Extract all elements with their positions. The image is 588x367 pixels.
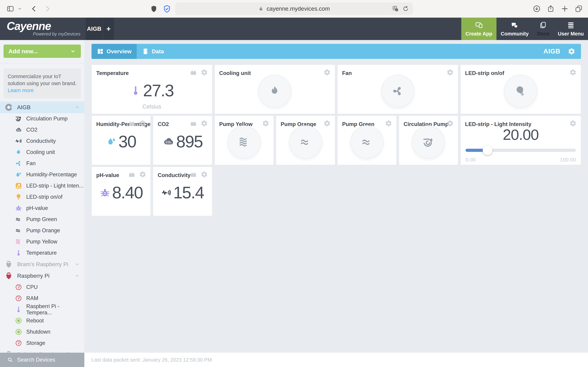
device-group-aigb[interactable]: AIGB	[0, 101, 84, 113]
device-item-shutdown[interactable]: Shutdown	[0, 326, 84, 337]
device-item-label: Reboot	[26, 317, 44, 324]
gear-icon[interactable]	[262, 120, 269, 127]
device-item-label: Fan	[26, 160, 35, 167]
gear-icon[interactable]	[323, 120, 331, 127]
widget-toggle-button[interactable]	[258, 75, 291, 108]
tab-overview-icon[interactable]	[575, 5, 583, 13]
device-group-bram-s-raspberry-pi[interactable]: Bram's Raspberry Pi	[0, 259, 84, 270]
chart-icon[interactable]	[190, 120, 197, 127]
widget-conductivity: Conductivity15.4	[153, 167, 212, 216]
widget-toggle-button[interactable]	[504, 75, 537, 108]
add-new-label: Add new...	[9, 48, 38, 55]
widget-title: Conductivity	[158, 172, 190, 178]
chart-icon	[190, 171, 197, 178]
workspace-tab-aigb[interactable]: AIGB	[86, 18, 103, 40]
gear-icon[interactable]	[323, 69, 331, 76]
svg-text:x: x	[396, 9, 397, 11]
forward-icon[interactable]	[44, 5, 51, 12]
device-item-pump-yellow[interactable]: Pump Yellow	[0, 236, 84, 247]
gear-icon[interactable]	[139, 171, 146, 178]
address-bar[interactable]: cayenne.mydevices.com Ax	[175, 3, 413, 15]
action-community[interactable]: Community	[496, 18, 533, 40]
device-item-circulation-pump[interactable]: Circulation Pump	[0, 113, 84, 124]
add-workspace-tab[interactable]: +	[103, 18, 114, 40]
device-item-humidity-percentage[interactable]: Humidity-Percentage	[0, 169, 84, 180]
widget-value: 895	[176, 132, 203, 151]
chart-icon[interactable]	[128, 171, 135, 178]
device-item-ram[interactable]: RAM	[0, 293, 84, 304]
device-tree: AIGBCirculation PumpCO₂CO2ConductivityCo…	[0, 101, 84, 353]
device-item-pump-orange[interactable]: Pump Orange	[0, 225, 84, 236]
chart-icon	[190, 120, 197, 127]
widget-toolbar	[128, 120, 146, 127]
widget-toggle-button[interactable]	[381, 75, 415, 108]
device-item-co2[interactable]: CO₂CO2	[0, 124, 84, 135]
widget-pump-green: Pump Green	[337, 116, 397, 165]
chart-icon	[128, 171, 135, 178]
cayenne-logo: Cayenne Powered by myDevices	[0, 18, 86, 40]
chart-icon[interactable]	[128, 120, 135, 127]
url-text: cayenne.mydevices.com	[267, 5, 330, 12]
humidity-icon	[106, 136, 117, 147]
gear-icon[interactable]	[139, 120, 146, 127]
device-item-raspberri-pi-tempera[interactable]: Raspberri Pi - Tempera...	[0, 304, 84, 315]
device-item-led-strip-on-of[interactable]: LED-strip on/of	[0, 191, 84, 202]
device-item-temperature[interactable]: Temperature	[0, 247, 84, 259]
gear-icon[interactable]	[200, 171, 208, 178]
new-tab-icon[interactable]	[561, 5, 569, 13]
device-item-cpu[interactable]: CPU	[0, 282, 84, 293]
gear-icon[interactable]	[200, 69, 208, 76]
device-item-cooling-unit[interactable]: Cooling unit	[0, 147, 84, 158]
power-icon	[15, 317, 22, 324]
share-icon[interactable]	[547, 5, 555, 13]
device-item-reboot[interactable]: Reboot	[0, 315, 84, 326]
device-group-rohan-s-raspberry-pi[interactable]: Rohan's Raspberry Pi	[0, 349, 84, 353]
slider-value: 20.00	[461, 126, 581, 143]
chart-icon[interactable]	[190, 171, 197, 178]
add-new-button[interactable]: Add new...	[3, 45, 81, 58]
widget-toggle-button[interactable]	[412, 125, 445, 159]
sidebar-toggle-icon[interactable]	[6, 5, 14, 13]
widget-fan: Fan	[337, 65, 458, 114]
action-user-menu[interactable]: User Menu	[554, 18, 588, 40]
back-icon[interactable]	[30, 5, 38, 12]
device-item-fan[interactable]: Fan	[0, 158, 84, 169]
download-icon[interactable]	[533, 5, 541, 13]
search-devices-bar[interactable]: Search Devices	[0, 353, 84, 367]
tab-group-chevron-icon[interactable]	[17, 7, 22, 11]
learn-more-link[interactable]: Learn more	[8, 88, 34, 93]
chart-icon[interactable]	[190, 69, 197, 76]
widget-toggle-button[interactable]	[227, 125, 261, 159]
gear-icon[interactable]	[446, 69, 454, 76]
device-item-storage[interactable]: Storage	[0, 337, 84, 349]
widget-toggle-button[interactable]	[289, 125, 322, 159]
gear-icon	[569, 69, 577, 76]
gear-icon[interactable]	[200, 120, 208, 127]
gear-icon[interactable]	[569, 69, 577, 76]
slider-track[interactable]	[466, 149, 576, 152]
widget-value-row: 27.3	[92, 81, 212, 100]
reload-icon[interactable]	[402, 5, 409, 12]
slider-thumb[interactable]	[483, 145, 493, 155]
widget-toggle-button[interactable]	[350, 125, 384, 159]
privacy-icons	[150, 5, 171, 13]
tab-overview[interactable]: Overview	[92, 44, 137, 59]
device-group-raspberry-pi[interactable]: Raspberry Pi	[0, 270, 84, 282]
tab-data[interactable]: Data	[137, 44, 169, 59]
gear-icon[interactable]	[446, 120, 454, 127]
device-item-conductivity[interactable]: Conductivity	[0, 135, 84, 147]
device-item-label: pH-value	[26, 205, 48, 211]
device-item-ph-value[interactable]: pH-value	[0, 202, 84, 214]
action-docs[interactable]: Docs	[533, 18, 554, 40]
device-item-pump-green[interactable]: Pump Green	[0, 214, 84, 225]
device-item-led-strip-light-inten[interactable]: LED-strip - Light Inten...	[0, 180, 84, 191]
action-create-app[interactable]: Create App	[461, 18, 497, 40]
shield-check-icon[interactable]	[163, 5, 171, 13]
conductivity-icon	[15, 138, 22, 144]
translate-icon[interactable]: Ax	[392, 5, 399, 12]
flame-icon	[15, 149, 22, 156]
shield-icon[interactable]	[150, 5, 158, 13]
board-settings-gear-icon[interactable]	[568, 48, 575, 55]
pump-icon	[15, 115, 22, 122]
gear-icon[interactable]	[385, 120, 392, 127]
